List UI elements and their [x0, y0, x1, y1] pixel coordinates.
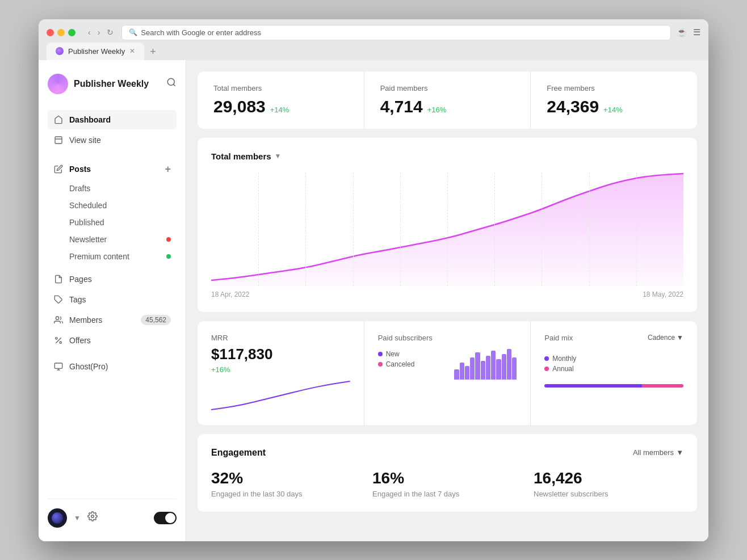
premium-status-dot	[166, 254, 171, 259]
chart-area	[211, 172, 683, 286]
close-button[interactable]	[47, 29, 54, 36]
mix-bar-annual	[642, 384, 683, 388]
sidebar-item-premium-content[interactable]: Premium content	[48, 248, 177, 265]
stats-row: Total members 29,083 +14% Paid members 4…	[198, 71, 697, 129]
engagement-stat-3: 16,426 Newsletter subscribers	[534, 469, 683, 498]
chart-header[interactable]: Total members ▼	[211, 151, 683, 161]
minimize-button[interactable]	[57, 29, 65, 36]
avatar-image	[52, 512, 63, 524]
monthly-legend: Monthly	[544, 355, 683, 363]
free-members-value: 24,369	[547, 97, 599, 116]
sidebar-item-dashboard[interactable]: Dashboard	[48, 110, 177, 129]
grid-line	[353, 172, 354, 286]
total-members-change: +14%	[270, 106, 289, 114]
paid-members-change: +16%	[427, 106, 447, 114]
bar	[454, 369, 459, 380]
cadence-chevron-icon: ▼	[677, 334, 683, 342]
paid-mix-card: Paid mix Cadence ▼ Monthly	[531, 321, 697, 425]
chart-date-end: 18 May, 2022	[643, 290, 683, 298]
reload-button[interactable]: ↻	[104, 27, 116, 38]
paid-subscribers-bar-chart	[454, 346, 517, 380]
menu-icon[interactable]: ☰	[693, 27, 700, 37]
sidebar-item-posts[interactable]: Posts +	[48, 159, 177, 180]
mrr-change: +16%	[211, 365, 350, 374]
sidebar-logo-area[interactable]: Publisher Weekly	[48, 74, 149, 94]
annual-dot	[544, 367, 549, 371]
all-members-button[interactable]: All members ▼	[633, 448, 683, 457]
sidebar-item-pages[interactable]: Pages	[48, 270, 177, 289]
mrr-card: MRR $117,830 +16%	[198, 321, 364, 425]
sidebar-item-view-site[interactable]: View site	[48, 130, 177, 150]
settings-button[interactable]	[87, 511, 98, 524]
grid-line	[589, 172, 590, 286]
tab-favicon	[56, 47, 64, 55]
dark-mode-toggle[interactable]	[154, 512, 177, 524]
paid-subscribers-card: Paid subscribers New Canceled	[364, 321, 531, 425]
bar	[470, 357, 475, 380]
bar	[486, 356, 490, 380]
sidebar-newsletter-label: Newsletter	[69, 235, 107, 244]
newsletter-status-dot	[166, 237, 171, 242]
sidebar-premium-label: Premium content	[69, 252, 129, 261]
search-button[interactable]	[166, 77, 177, 90]
annual-legend: Annual	[544, 365, 683, 373]
back-button[interactable]: ‹	[86, 27, 93, 38]
sidebar-item-drafts[interactable]: Drafts	[48, 180, 177, 197]
paid-members-value: 4,714	[380, 97, 423, 116]
bottom-stats-row: MRR $117,830 +16% Paid subscribers	[198, 321, 697, 425]
posts-icon	[53, 164, 64, 174]
sidebar-item-newsletter[interactable]: Newsletter	[48, 231, 177, 248]
toggle-knob	[165, 513, 175, 523]
total-members-card: Total members 29,083 +14%	[198, 71, 364, 129]
user-avatar[interactable]	[48, 508, 67, 528]
main-content: Total members 29,083 +14% Paid members 4…	[186, 60, 708, 541]
user-menu-chevron[interactable]: ▼	[74, 514, 81, 522]
add-post-button[interactable]: +	[165, 163, 171, 175]
browser-tab[interactable]: Publisher Weekly ✕	[47, 43, 144, 60]
svg-point-3	[56, 317, 58, 319]
engagement-stat-3-value: 16,426	[534, 469, 683, 487]
bar	[460, 363, 464, 380]
mix-bar-monthly	[544, 384, 641, 388]
grid-line	[494, 172, 495, 286]
forward-button[interactable]: ›	[95, 27, 103, 38]
tags-icon	[53, 294, 64, 305]
sidebar-item-scheduled[interactable]: Scheduled	[48, 197, 177, 214]
free-members-label: Free members	[547, 84, 681, 92]
address-bar-text: Search with Google or enter address	[141, 28, 261, 37]
engagement-card: Engagement All members ▼ 32% Engaged in …	[198, 434, 697, 512]
tab-close-button[interactable]: ✕	[129, 47, 135, 55]
cadence-button[interactable]: Cadence ▼	[648, 334, 683, 342]
engagement-stat-2-label: Engaged in the last 7 days	[372, 490, 522, 498]
sidebar-item-ghost-pro[interactable]: Ghost(Pro)	[48, 357, 177, 376]
shield-icon: ☕	[677, 27, 687, 37]
address-bar[interactable]: 🔍 Search with Google or enter address	[121, 25, 671, 40]
offers-icon	[53, 335, 64, 346]
paid-members-label: Paid members	[380, 84, 515, 92]
dashboard-icon	[53, 115, 64, 125]
new-tab-button[interactable]: +	[145, 44, 161, 60]
new-legend: New	[378, 350, 415, 358]
chart-dates: 18 Apr, 2022 18 May, 2022	[211, 290, 683, 298]
svg-rect-1	[55, 137, 62, 144]
bar-group	[454, 346, 517, 380]
sidebar-item-offers[interactable]: Offers	[48, 331, 177, 350]
all-members-label: All members	[633, 448, 674, 457]
cadence-label: Cadence	[648, 334, 675, 342]
sidebar-item-members[interactable]: Members 45,562	[48, 310, 177, 330]
monthly-label: Monthly	[552, 355, 576, 363]
total-members-label: Total members	[213, 84, 348, 92]
ghost-pro-icon	[53, 361, 64, 372]
maximize-button[interactable]	[68, 29, 75, 36]
chart-chevron-icon: ▼	[275, 152, 282, 160]
sidebar-published-label: Published	[69, 218, 104, 227]
sidebar-item-view-site-label: View site	[69, 136, 101, 145]
sidebar-scheduled-label: Scheduled	[69, 201, 107, 210]
engagement-stat-2: 16% Engaged in the last 7 days	[372, 469, 522, 498]
annual-label: Annual	[552, 365, 573, 373]
sidebar-drafts-label: Drafts	[69, 184, 90, 193]
bar	[512, 357, 517, 380]
grid-line	[447, 172, 448, 286]
sidebar-item-published[interactable]: Published	[48, 214, 177, 231]
sidebar-item-tags[interactable]: Tags	[48, 290, 177, 309]
